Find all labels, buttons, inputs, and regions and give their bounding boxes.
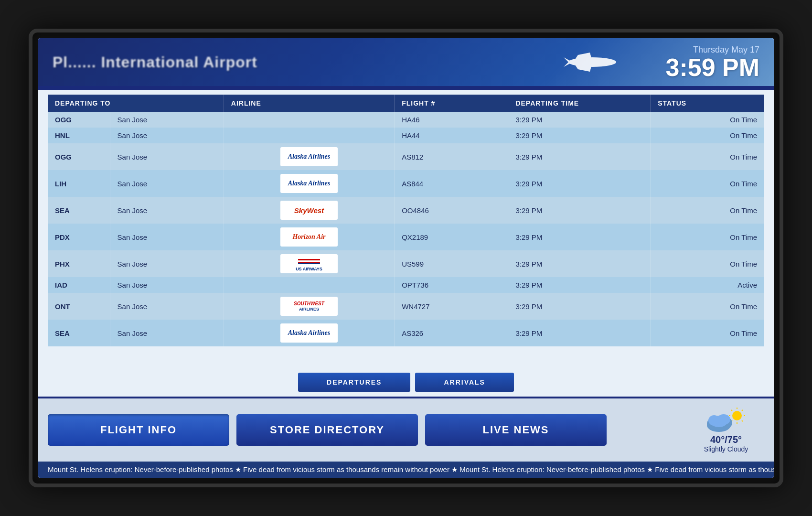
col-flight-num: FLIGHT # — [395, 95, 508, 112]
flight-dep-time: 3:29 PM — [508, 320, 651, 346]
svg-line-16 — [742, 410, 743, 411]
bottom-nav: FLIGHT INFO STORE DIRECTORY LIVE NEWS — [38, 398, 774, 462]
live-news-button[interactable]: LIVE NEWS — [425, 414, 607, 446]
flight-number: WN4727 — [395, 293, 508, 320]
table-row: LIH San Jose Alaska Airlines AS844 3:29 … — [48, 170, 764, 197]
col-dep-time: DEPARTING TIME — [508, 95, 651, 112]
svg-rect-6 — [298, 259, 320, 260]
flight-code: LIH — [48, 170, 110, 197]
flight-airline: Alaska Airlines — [224, 170, 394, 197]
flight-airline: Alaska Airlines — [224, 143, 394, 170]
flight-status: On Time — [651, 128, 764, 143]
flight-dep-time: 3:29 PM — [508, 250, 651, 277]
flight-code: IAD — [48, 277, 110, 293]
col-airline: AIRLINE — [224, 95, 394, 112]
flight-code: OGG — [48, 143, 110, 170]
flight-dep-time: 3:29 PM — [508, 197, 651, 224]
svg-point-23 — [717, 414, 730, 425]
flight-code: SEA — [48, 320, 110, 346]
flight-airline: Horizon Air — [224, 224, 394, 250]
flight-dest: San Jose — [110, 170, 224, 197]
flight-dest: San Jose — [110, 224, 224, 250]
weather-icon-wrap — [705, 407, 748, 433]
weather-desc: Slightly Cloudy — [704, 445, 748, 453]
weather-temp: 40°/75° — [710, 434, 742, 445]
flight-info-button[interactable]: FLIGHT INFO — [48, 414, 229, 446]
table-row: OGG San Jose Alaska Airlines AS812 3:29 … — [48, 143, 764, 170]
flight-number: AS844 — [395, 170, 508, 197]
main-content: DEPARTING TO AIRLINE FLIGHT # DEPARTING … — [38, 90, 774, 397]
flight-dest: San Jose — [110, 320, 224, 346]
flight-number: AS812 — [395, 143, 508, 170]
flight-number: AS326 — [395, 320, 508, 346]
tab-bar: DEPARTURES ARRIVALS — [38, 368, 774, 397]
flight-status: On Time — [651, 224, 764, 250]
table-row: ONT San Jose SOUTHWEST AIRLINES WN4727 3… — [48, 293, 764, 320]
svg-marker-2 — [573, 53, 592, 62]
flight-dep-time: 3:29 PM — [508, 224, 651, 250]
ticker-text: Mount St. Helens eruption: Never-before-… — [48, 465, 774, 474]
flight-dest: San Jose — [110, 128, 224, 143]
flight-code: PHX — [48, 250, 110, 277]
flight-airline: SOUTHWEST AIRLINES — [224, 293, 394, 320]
svg-line-14 — [731, 410, 732, 411]
flight-dep-time: 3:29 PM — [508, 293, 651, 320]
table-row: HNL San Jose HA44 3:29 PM On Time — [48, 128, 764, 143]
flight-code: HNL — [48, 128, 110, 143]
flight-number: HA44 — [395, 128, 508, 143]
flight-airline: US AIRWAYS — [224, 250, 394, 277]
flight-dest: San Jose — [110, 197, 224, 224]
flight-status: On Time — [651, 170, 764, 197]
svg-marker-1 — [573, 62, 592, 72]
flight-dest: San Jose — [110, 112, 224, 128]
flight-airline — [224, 277, 394, 293]
flight-number: OPT736 — [395, 277, 508, 293]
news-ticker: Mount St. Helens eruption: Never-before-… — [38, 462, 774, 478]
flight-dep-time: 3:29 PM — [508, 112, 651, 128]
screen: Pl...... International Airport Thursda — [38, 38, 774, 478]
table-row: IAD San Jose OPT736 3:29 PM Active — [48, 277, 764, 293]
flight-dep-time: 3:29 PM — [508, 170, 651, 197]
store-directory-button[interactable]: STORE DIRECTORY — [236, 414, 418, 446]
flight-airline — [224, 112, 394, 128]
flight-dest: San Jose — [110, 143, 224, 170]
flight-status: On Time — [651, 197, 764, 224]
time-display: 3:59 PM — [665, 55, 759, 80]
header-left: Pl...... International Airport — [53, 54, 257, 71]
header-stripe — [38, 86, 774, 90]
table-header-row: DEPARTING TO AIRLINE FLIGHT # DEPARTING … — [48, 95, 764, 112]
col-status: STATUS — [651, 95, 764, 112]
flight-status: Active — [651, 277, 764, 293]
flight-status: On Time — [651, 320, 764, 346]
flight-status: On Time — [651, 250, 764, 277]
flight-status: On Time — [651, 112, 764, 128]
flight-status: On Time — [651, 143, 764, 170]
arrivals-tab[interactable]: ARRIVALS — [415, 373, 514, 392]
svg-marker-4 — [564, 62, 571, 67]
airport-title: Pl...... International Airport — [53, 54, 257, 71]
flight-code: OGG — [48, 112, 110, 128]
table-row: SEA San Jose Alaska Airlines AS326 3:29 … — [48, 320, 764, 346]
table-row: OGG San Jose HA46 3:29 PM On Time — [48, 112, 764, 128]
weather-icon — [705, 407, 748, 433]
flight-dest: San Jose — [110, 277, 224, 293]
col-departing-to: DEPARTING TO — [48, 95, 224, 112]
svg-marker-3 — [564, 57, 571, 62]
departures-tab[interactable]: DEPARTURES — [298, 373, 410, 392]
flight-number: US599 — [395, 250, 508, 277]
flight-airline: Alaska Airlines — [224, 320, 394, 346]
flight-status: On Time — [651, 293, 764, 320]
flight-number: HA46 — [395, 112, 508, 128]
flight-dep-time: 3:29 PM — [508, 277, 651, 293]
flight-code: ONT — [48, 293, 110, 320]
flight-number: QX2189 — [395, 224, 508, 250]
flight-table-wrap: DEPARTING TO AIRLINE FLIGHT # DEPARTING … — [38, 90, 774, 368]
svg-rect-7 — [298, 260, 320, 262]
monitor: Pl...... International Airport Thursda — [29, 29, 783, 487]
header: Pl...... International Airport Thursda — [38, 38, 774, 86]
svg-rect-8 — [298, 262, 320, 263]
table-row: SEA San Jose SkyWest OO4846 3:29 PM On T… — [48, 197, 764, 224]
table-row: PDX San Jose Horizon Air QX2189 3:29 PM … — [48, 224, 764, 250]
table-row: PHX San Jose US AIRWAYS US599 3:29 PM On… — [48, 250, 764, 277]
flight-dep-time: 3:29 PM — [508, 143, 651, 170]
